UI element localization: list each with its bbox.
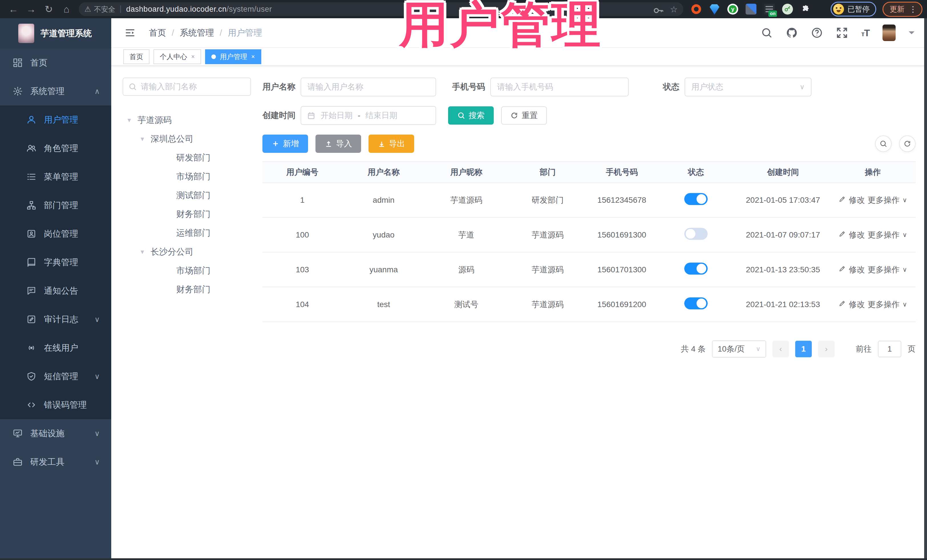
breadcrumb-system[interactable]: 系统管理	[180, 27, 214, 39]
browser-back-icon[interactable]: ←	[5, 0, 22, 18]
username-input[interactable]	[301, 77, 436, 96]
close-tab-icon[interactable]: ×	[251, 53, 255, 61]
tab-profile[interactable]: 个人中心×	[153, 49, 201, 64]
sidebar-item-online-users[interactable]: 在线用户	[0, 334, 111, 362]
extension-ubuntu-icon[interactable]	[691, 4, 702, 15]
goto-label: 前往	[856, 344, 872, 354]
status-toggle[interactable]	[684, 228, 708, 240]
page-size-select[interactable]: 10条/页 ∨	[712, 340, 766, 358]
edit-pencil-icon	[839, 265, 846, 274]
close-tab-icon[interactable]: ×	[191, 53, 195, 61]
tree-node[interactable]: ▾长沙分公司	[123, 242, 251, 261]
edit-link[interactable]: 修改	[849, 229, 865, 240]
sidebar-item-menu-management[interactable]: 菜单管理	[0, 162, 111, 191]
more-actions-link[interactable]: 更多操作	[868, 195, 900, 206]
caret-down-icon[interactable]: ▾	[138, 248, 146, 256]
browser-forward-icon[interactable]: →	[22, 0, 40, 18]
browser-reload-icon[interactable]: ↻	[40, 0, 58, 18]
sidebar-item-infrastructure[interactable]: 基础设施∨	[0, 419, 111, 448]
status-select[interactable]: 用户状态 ∨	[685, 77, 812, 96]
import-button[interactable]: 导入	[316, 135, 361, 153]
browser-home-icon[interactable]: ⌂	[58, 0, 75, 18]
sidebar-item-home[interactable]: 首页	[0, 49, 111, 77]
collapse-sidebar-icon[interactable]	[124, 28, 136, 38]
export-button[interactable]: 导出	[369, 135, 414, 153]
sidebar-item-error-code-management[interactable]: 错误码管理	[0, 391, 111, 419]
next-page-button[interactable]: ›	[818, 341, 834, 357]
reset-button[interactable]: 重置	[501, 106, 547, 124]
more-actions-link[interactable]: 更多操作	[868, 229, 900, 240]
page-1-button[interactable]: 1	[795, 341, 812, 357]
status-toggle[interactable]	[684, 263, 708, 275]
sidebar-item-system-management[interactable]: 系统管理∧	[0, 77, 111, 106]
password-key-icon[interactable]	[652, 5, 661, 14]
profile-paused-pill[interactable]: 已暂停	[831, 2, 876, 17]
tree-node[interactable]: 运维部门	[123, 223, 251, 242]
breadcrumb-home[interactable]: 首页	[149, 27, 166, 39]
sidebar-item-role-management[interactable]: 角色管理	[0, 134, 111, 162]
edit-link[interactable]: 修改	[849, 264, 865, 275]
user-avatar[interactable]	[883, 24, 896, 41]
date-range-picker[interactable]: 开始日期 - 结束日期	[301, 106, 436, 125]
sidebar-item-sms-management[interactable]: 短信管理∨	[0, 362, 111, 391]
tree-node[interactable]: ▾深圳总公司	[123, 129, 251, 148]
tree-node[interactable]: 财务部门	[123, 280, 251, 299]
profile-paused-label: 已暂停	[847, 4, 870, 14]
font-size-icon[interactable]: тT	[861, 27, 869, 38]
tree-node[interactable]: ▾芋道源码	[123, 111, 251, 129]
goto-page-input[interactable]	[878, 341, 901, 357]
sidebar-item-audit-log[interactable]: 审计日志∨	[0, 305, 111, 334]
extension-y-icon[interactable]: y	[727, 4, 738, 15]
tab-user-management[interactable]: 用户管理×	[205, 49, 261, 64]
tree-node[interactable]: 财务部门	[123, 205, 251, 223]
tab-home[interactable]: 首页	[123, 49, 149, 64]
more-actions-link[interactable]: 更多操作	[868, 299, 900, 310]
prev-page-button[interactable]: ‹	[772, 341, 789, 357]
book-icon	[26, 257, 36, 267]
sidebar-item-notice[interactable]: 通知公告	[0, 276, 111, 305]
upload-icon	[325, 140, 333, 148]
extension-key-icon[interactable]	[782, 4, 793, 15]
mobile-input[interactable]	[490, 77, 629, 96]
extension-gem-icon[interactable]	[709, 4, 720, 15]
update-button[interactable]: 更新 ⋮	[883, 2, 922, 17]
download-icon	[378, 140, 386, 148]
chevron-down-icon: ∨	[903, 231, 907, 239]
search-icon	[457, 111, 465, 120]
header-search-icon[interactable]	[761, 27, 773, 39]
more-actions-link[interactable]: 更多操作	[868, 264, 900, 275]
caret-down-icon[interactable]: ▾	[138, 135, 146, 143]
tree-node[interactable]: 研发部门	[123, 148, 251, 167]
add-button[interactable]: 新增	[263, 135, 308, 153]
extensions-puzzle-icon[interactable]	[800, 4, 811, 15]
sidebar-item-dept-management[interactable]: 部门管理	[0, 191, 111, 220]
status-toggle[interactable]	[684, 193, 708, 205]
bookmark-star-icon[interactable]: ☆	[670, 4, 678, 14]
status-toggle[interactable]	[684, 297, 708, 310]
tree-node[interactable]: 市场部门	[123, 167, 251, 186]
dept-search-input[interactable]	[141, 82, 245, 91]
chevron-down-icon: ∨	[903, 266, 907, 273]
avatar-caret-icon[interactable]	[909, 31, 915, 37]
tree-node[interactable]: 测试部门	[123, 186, 251, 205]
github-icon[interactable]	[786, 27, 798, 39]
browser-menu-icon[interactable]: ⋮	[909, 5, 917, 14]
tree-node[interactable]: 市场部门	[123, 261, 251, 280]
column-header: 用户昵称	[425, 167, 508, 178]
search-button[interactable]: 搜索	[448, 106, 494, 124]
sidebar-item-post-management[interactable]: 岗位管理	[0, 220, 111, 248]
online-icon	[26, 343, 36, 353]
help-icon[interactable]	[811, 27, 823, 39]
caret-down-icon[interactable]: ▾	[126, 116, 133, 124]
table-toolbar: 新增 导入 导出	[263, 135, 916, 153]
sidebar-item-dev-tools[interactable]: 研发工具∨	[0, 448, 111, 476]
extension-grid-icon[interactable]	[746, 4, 757, 15]
refresh-table-button[interactable]	[899, 135, 916, 152]
edit-link[interactable]: 修改	[849, 299, 865, 310]
fullscreen-icon[interactable]	[836, 27, 848, 39]
sidebar-item-user-management[interactable]: 用户管理	[0, 106, 111, 134]
sidebar-item-dict-management[interactable]: 字典管理	[0, 248, 111, 276]
edit-link[interactable]: 修改	[849, 195, 865, 206]
toggle-search-button[interactable]	[875, 135, 892, 152]
extension-switch-icon[interactable]: on	[764, 4, 775, 15]
